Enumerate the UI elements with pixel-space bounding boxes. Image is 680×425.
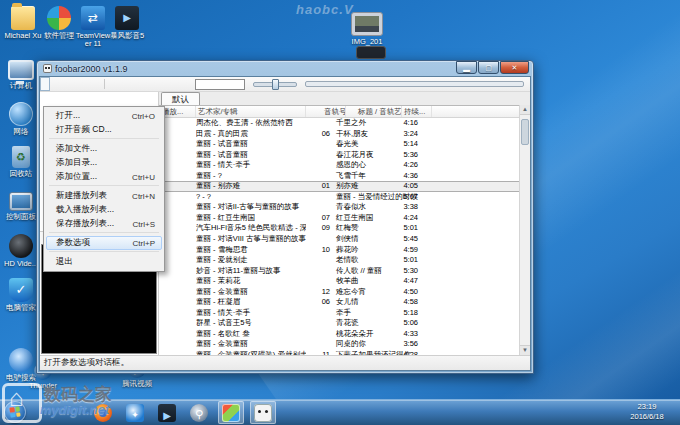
- playback-button[interactable]: [122, 79, 133, 90]
- playlist-row[interactable]: 童丽 - 试音童丽 春光美 5:14: [159, 139, 530, 150]
- menu-item[interactable]: [50, 77, 60, 91]
- row-artist-album: 童丽 - 红豆生南国: [196, 213, 306, 224]
- column-header-artist-album[interactable]: 艺术家/专辑: [196, 106, 306, 117]
- desktop-icon[interactable]: 电脑管家: [2, 278, 40, 312]
- menu-item[interactable]: [70, 77, 80, 91]
- taskbar-clock[interactable]: 23:19 2016/6/18: [617, 402, 677, 422]
- column-header-trackno[interactable]: 音轨号: [306, 106, 346, 117]
- playlist-row[interactable]: 童丽 - ? 飞雪千年 4:36: [159, 171, 530, 182]
- maximize-button[interactable]: ▢: [478, 61, 499, 74]
- playback-button[interactable]: [161, 79, 172, 90]
- menu-item-label: 添加目录...: [56, 157, 97, 169]
- column-header-duration[interactable]: 持续...: [402, 106, 432, 117]
- desktop-icon[interactable]: [352, 46, 390, 61]
- menu-item[interactable]: [90, 77, 100, 91]
- playlist-row[interactable]: 童丽 - 爱就别走 老情歌 5:01: [159, 255, 530, 266]
- taskbar-app-icon: [254, 404, 272, 422]
- titlebar[interactable]: foobar2000 v1.1.9 ▬ ▢ ✕: [37, 61, 533, 76]
- desktop-icon[interactable]: 回收站: [2, 146, 40, 178]
- row-title: 干杯,朋友: [330, 129, 396, 140]
- minimize-button[interactable]: ▬: [456, 61, 477, 74]
- file-menu-item[interactable]: 添加文件...: [46, 142, 162, 156]
- desktop-icon[interactable]: 计算机: [2, 58, 40, 90]
- playback-button[interactable]: [174, 79, 185, 90]
- playlist-row[interactable]: 童丽 - 枉凝眉 06 女儿情 4:58: [159, 297, 530, 308]
- row-track-no: [306, 139, 330, 150]
- playlist-row[interactable]: 童丽 - 雪梅思君 10 葬花吟 4:59: [159, 245, 530, 256]
- playlist-row[interactable]: 童丽 - 金装童丽(双碟装)-爱就别走... 11 下辈子如果我还记得你 4:2…: [159, 350, 530, 355]
- playlist-row[interactable]: 田震 - 真的田震 06 干杯,朋友 3:24: [159, 129, 530, 140]
- file-menu-item[interactable]: 打开... Ctrl+O: [46, 109, 162, 123]
- playlist-row[interactable]: 童丽 - 情关·牵手 牵手 5:18: [159, 308, 530, 319]
- playlist-row[interactable]: 童丽 - 茉莉花 牧羊曲 4:47: [159, 276, 530, 287]
- playlist-row[interactable]: 童丽 - 金装童丽 12 难忘今宵 4:50: [159, 287, 530, 298]
- desktop-icon[interactable]: Michael Xu: [4, 6, 42, 40]
- file-menu-item[interactable]: 新建播放列表 Ctrl+N: [46, 189, 162, 203]
- taskbar-app-button[interactable]: [90, 401, 116, 424]
- desktop-icon-label: 网络: [2, 128, 40, 136]
- playlist-row[interactable]: 童丽 - 金装童丽 同桌的你 3:56: [159, 339, 530, 350]
- file-menu-item[interactable]: 打开音频 CD...: [46, 123, 162, 137]
- volume-thumb[interactable]: [272, 79, 279, 90]
- row-track-no: 01: [306, 181, 330, 192]
- desktop-icon-label: 控制面板: [2, 213, 40, 221]
- desktop-icon[interactable]: 网络: [2, 102, 40, 136]
- playlist-row[interactable]: 周杰伦、费玉清 - 依然范特西 千里之外 4:16: [159, 118, 530, 129]
- desktop-icon[interactable]: TeamViewer 11: [74, 6, 112, 48]
- playlist-row[interactable]: 汽车Hi-Fi音乐5 绝色民歌精选 - 深... 09 红梅赞 5:01: [159, 223, 530, 234]
- playlist-row[interactable]: 妙音 - 对话11-童丽与故事 伶人歌 // 童丽 5:30: [159, 266, 530, 277]
- file-menu-item[interactable]: 保存播放列表... Ctrl+S: [46, 217, 162, 231]
- scroll-up-arrow[interactable]: ▲: [520, 105, 530, 115]
- search-input[interactable]: [195, 79, 245, 90]
- playback-button[interactable]: [148, 79, 159, 90]
- playlist-scrollbar[interactable]: ▲ ▼: [519, 105, 530, 355]
- row-track-no: [306, 255, 330, 266]
- volume-slider[interactable]: [253, 82, 297, 87]
- seekbar[interactable]: [305, 81, 524, 87]
- row-duration: 4:58: [396, 297, 418, 308]
- playlist-row[interactable]: 群星 - 试音王5号 青花瓷 5:06: [159, 318, 530, 329]
- row-artist-album: 童丽 - 试音童丽: [196, 139, 306, 150]
- file-menu-item[interactable]: 退出: [46, 255, 162, 269]
- playlist-tabstrip: 默认: [159, 92, 530, 106]
- file-menu-item[interactable]: 添加位置... Ctrl+U: [46, 170, 162, 184]
- start-button[interactable]: [4, 401, 26, 423]
- playlist-row[interactable]: 童丽 - 试音童丽 春江花月夜 5:36: [159, 150, 530, 161]
- desktop-icon[interactable]: 控制面板: [2, 190, 40, 221]
- playlist-row[interactable]: 童丽 - 对话II-古筝与童丽的故事 青春似水 3:38: [159, 202, 530, 213]
- file-menu-item[interactable]: 添加目录...: [46, 156, 162, 170]
- menu-item[interactable]: [60, 77, 70, 91]
- playback-button[interactable]: [109, 79, 120, 90]
- playlist-row[interactable]: 童丽 - 别亦难 01 别亦难 4:05: [159, 181, 530, 192]
- row-title: 牵手: [330, 308, 396, 319]
- row-duration: 3:56: [396, 339, 418, 350]
- taskbar-app-button[interactable]: [250, 401, 276, 424]
- menu-item[interactable]: [40, 77, 50, 91]
- desktop-icon[interactable]: HD Vide...: [2, 234, 40, 268]
- scroll-thumb[interactable]: [521, 119, 529, 145]
- desktop-icon[interactable]: 暴风影音5: [108, 6, 146, 40]
- column-header-title[interactable]: 标题 / 音轨艺术家: [346, 106, 402, 117]
- playlist-row[interactable]: 童丽 - 名歌红 叁 桃花朵朵开 4:33: [159, 329, 530, 340]
- close-button[interactable]: ✕: [500, 61, 529, 74]
- menu-item-label: 添加文件...: [56, 143, 97, 155]
- taskbar-app-button[interactable]: [122, 401, 148, 424]
- file-menu-item[interactable]: 载入播放列表...: [46, 203, 162, 217]
- playlist-row[interactable]: 童丽 - 情关·牵手 感恩的心 4:26: [159, 160, 530, 171]
- file-menu-item[interactable]: 参数选项 Ctrl+P: [46, 236, 162, 250]
- playlist-row[interactable]: 童丽 - 对话VIII 古筝与童丽的故事 剑侠情 5:45: [159, 234, 530, 245]
- playlist-row[interactable]: 童丽 - 红豆生南国 07 红豆生南国 4:24: [159, 213, 530, 224]
- taskbar-app-button[interactable]: [186, 401, 212, 424]
- scroll-down-arrow[interactable]: ▼: [520, 345, 530, 355]
- taskbar-app-button[interactable]: [154, 401, 180, 424]
- playlist-row[interactable]: ? - ? 童丽 - 当爱情经过的时候 5:07: [159, 192, 530, 203]
- desktop-icon-label: 暴风影音5: [108, 32, 146, 40]
- row-track-no: [306, 234, 330, 245]
- playlist-header: 播放... 艺术家/专辑 音轨号 标题 / 音轨艺术家 持续...: [159, 106, 530, 118]
- row-track-no: [306, 318, 330, 329]
- menu-item[interactable]: [80, 77, 90, 91]
- playlist-tab[interactable]: 默认: [161, 92, 200, 105]
- taskbar-app-button[interactable]: [218, 401, 244, 424]
- desktop-icon[interactable]: 软件管理: [40, 6, 78, 40]
- playback-button[interactable]: [135, 79, 146, 90]
